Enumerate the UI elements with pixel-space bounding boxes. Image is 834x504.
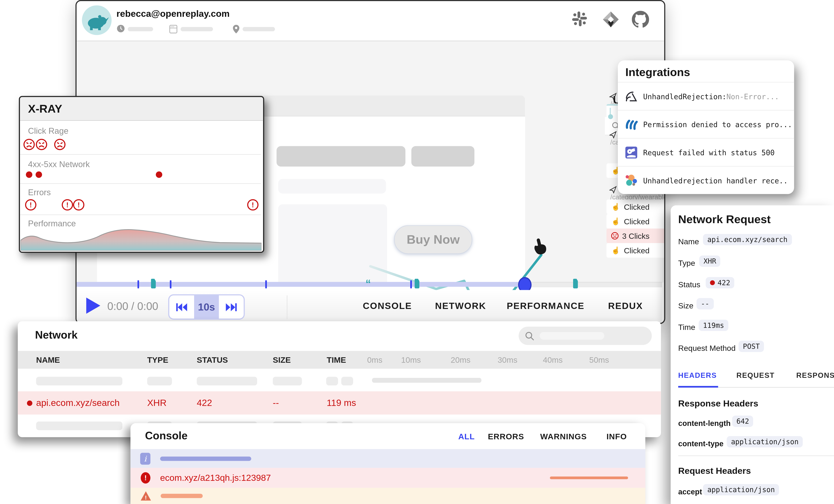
clicked-hand-icon: ☝ [611,217,620,225]
clicked-hand-icon: ☝ [611,203,620,211]
network-row-error[interactable]: api.ecom.xyz/search XHR 422 -- 119 ms [18,391,661,415]
integrations-title: Integrations [626,66,690,79]
waves-icon [625,118,638,131]
integration-row-datadog[interactable]: Request failed with status 500 [618,138,794,167]
tick-40ms: 40ms [543,355,563,365]
datadog-icon [625,146,638,159]
timeline-page-marker[interactable] [573,279,578,288]
network-error-dot[interactable] [156,172,162,178]
field-value-method: POST [739,341,764,352]
app-skeleton-block [412,146,475,167]
event-clicked-buynow[interactable]: ☝ Clicked Buy Now [607,243,665,258]
github-icon[interactable] [632,11,649,28]
event-clicked-size[interactable]: ☝ Clicked Size [607,199,665,214]
field-value-status: 422 [706,277,734,288]
field-label-status: Status [678,280,700,289]
integration-row-sentry[interactable]: UnhandledRejection: Non-Error... [618,82,794,110]
skip-interval-label: 10s [198,301,215,313]
console-panel: Console ALL ERRORS WARNINGS INFO i ! eco… [131,423,645,504]
header-label: content-length [678,419,731,428]
jira-icon[interactable] [602,11,619,28]
tab-response[interactable]: RESPONSE [796,371,834,379]
slack-icon[interactable] [571,11,588,27]
timeline-event-tick[interactable] [410,280,412,288]
timeline-page-marker[interactable] [151,279,156,288]
response-headers-title: Response Headers [678,398,759,409]
console-tab-info[interactable]: INFO [607,432,627,441]
location-pin-icon [233,25,239,34]
timeline-event-tick[interactable] [137,280,139,288]
col-time[interactable]: TIME [327,355,346,365]
skip-interval[interactable]: 10s [194,295,219,319]
console-tab-warnings[interactable]: WARNINGS [540,432,587,441]
field-label-method: Request Method [678,344,736,353]
integration-message: Unhandledrejection handler rece.. [643,176,788,185]
rage-face-icon [611,232,619,240]
tab-redux[interactable]: REDUX [608,301,643,312]
divider [20,215,261,215]
console-warning-row[interactable]: ! [131,488,645,504]
svg-text:!: ! [251,201,254,209]
request-headers-title: Request Headers [678,466,751,476]
xray-title: X-RAY [28,103,62,115]
col-name[interactable]: NAME [36,355,60,365]
svg-text:!: ! [66,201,68,209]
tab-headers[interactable]: HEADERS [678,371,717,379]
xray-errors-label: Errors [28,188,51,197]
network-error-dot[interactable] [36,172,42,178]
player-timeline-played[interactable] [76,282,529,287]
col-status[interactable]: STATUS [197,355,228,365]
console-error-row[interactable]: ! ecom.xyz/a213qh.js:123987 [131,468,645,488]
xray-network-label: 4xx-5xx Network [28,159,90,169]
tick-30ms: 30ms [498,355,518,365]
timeline-quote-marker[interactable]: “ [366,278,371,290]
col-size[interactable]: SIZE [273,355,291,365]
integration-row-elastic[interactable]: Unhandledrejection handler rece.. [618,166,794,194]
performance-sparkline [21,224,261,251]
log-skeleton-bar [160,456,251,461]
rhino-avatar-icon [82,5,111,35]
field-label-time: Time [678,323,695,332]
tab-console[interactable]: CONSOLE [363,301,412,312]
play-button[interactable] [85,297,102,315]
tick-10ms: 10ms [401,355,421,365]
player-controls-bar: 0:00 / 0:00 10s CONSOLE NETWORK [76,290,662,322]
timeline-event-tick[interactable] [170,280,172,288]
skip-controls: 10s [168,294,245,320]
event-rage-clicks[interactable]: 3 Clicks Quantity + [607,228,665,243]
avatar [82,5,111,35]
tab-request[interactable]: REQUEST [737,371,775,379]
console-tab-errors[interactable]: ERRORS [488,432,524,441]
header-value: 642 [732,416,753,427]
integration-row-waves[interactable]: Permission denied to access pro... [618,110,794,138]
tab-performance[interactable]: PERFORMANCE [507,301,585,312]
console-tab-all[interactable]: ALL [458,432,475,441]
skip-forward-button[interactable] [219,295,244,319]
active-tab-underline [678,386,718,388]
field-label-size: Size [678,302,694,310]
timeline-event-tick[interactable] [265,280,267,288]
xray-panel: X-RAY Click Rage 4xx-5xx Network Errors … [19,96,264,253]
rage-face-icons [22,138,92,151]
network-row-skeleton[interactable] [18,372,661,391]
console-info-row[interactable]: i [131,449,645,468]
console-title: Console [145,430,188,442]
visited-icon [609,186,617,194]
player-timeline-remaining[interactable] [529,282,662,287]
timeline-page-marker[interactable] [415,279,420,288]
event-clicked-color[interactable]: ☝ Clicked Color [607,214,665,228]
app-skeleton-block [277,146,405,167]
error-icons: !!!! [24,198,261,212]
session-topbar: rebecca@openreplay.com [76,1,664,42]
click-hand-cursor [533,238,548,257]
divider [20,154,261,155]
network-search-input[interactable] [519,327,652,345]
row-size: -- [273,398,279,409]
network-error-dot[interactable] [26,172,32,178]
network-panel-title: Network [35,329,78,341]
skip-back-button[interactable] [169,295,194,319]
search-icon [525,331,534,341]
tab-network[interactable]: NETWORK [435,301,486,312]
integration-message: UnhandledRejection: [643,92,726,101]
col-type[interactable]: TYPE [147,355,168,365]
